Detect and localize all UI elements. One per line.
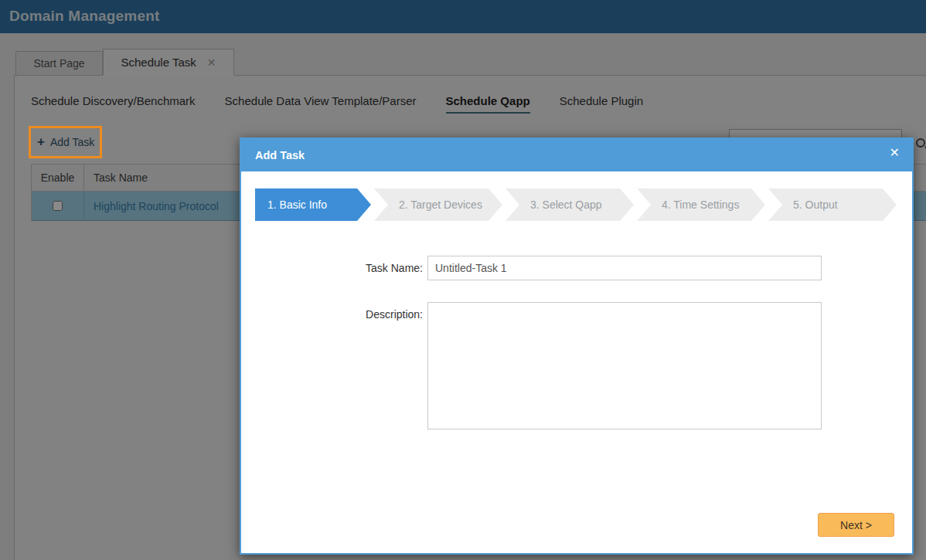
task-name-input[interactable] (427, 256, 822, 280)
modal-header: Add Task ✕ (241, 139, 912, 171)
step-time-settings[interactable]: 4. Time Settings (637, 188, 765, 221)
next-button[interactable]: Next > (818, 513, 894, 537)
task-name-label: Task Name: (241, 262, 423, 274)
add-task-modal: Add Task ✕ 1. Basic Info 2. Target Devic… (240, 137, 914, 555)
step-select-qapp[interactable]: 3. Select Qapp (506, 188, 634, 221)
step-target-devices[interactable]: 2. Target Devices (374, 188, 502, 221)
description-textarea[interactable] (427, 302, 822, 429)
close-icon[interactable]: ✕ (890, 147, 900, 159)
description-label: Description: (241, 308, 423, 321)
wizard-steps: 1. Basic Info 2. Target Devices 3. Selec… (255, 188, 897, 221)
step-basic-info[interactable]: 1. Basic Info (255, 188, 371, 221)
step-output[interactable]: 5. Output (768, 188, 897, 221)
screen: Domain Management Start Page Schedule Ta… (0, 0, 926, 560)
modal-title: Add Task (241, 149, 305, 161)
